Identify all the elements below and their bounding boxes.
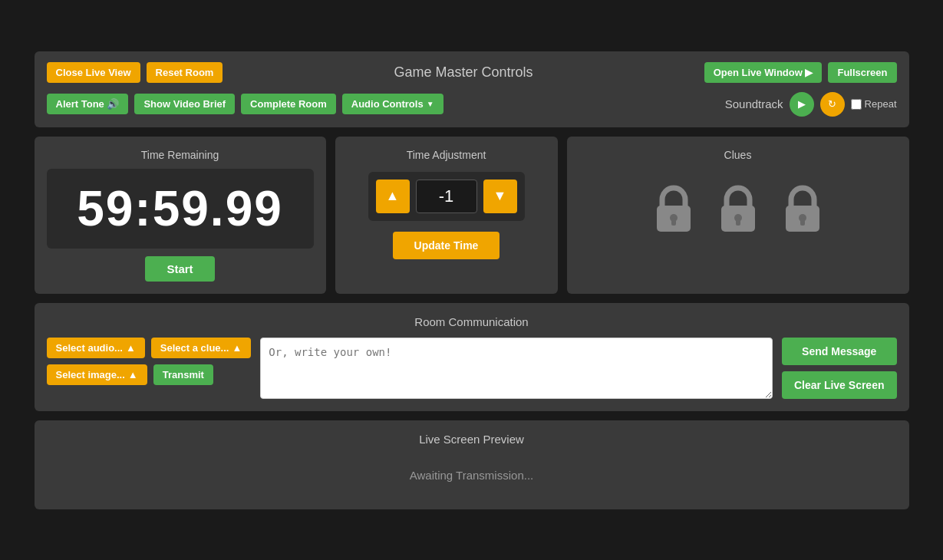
room-comm-right: Send Message Clear Live Screen (782, 338, 897, 399)
audio-controls-button[interactable]: Audio Controls ▼ (342, 94, 443, 114)
time-decrement-button[interactable]: ▼ (483, 180, 517, 213)
soundtrack-refresh-button[interactable]: ↻ (820, 92, 845, 117)
reset-room-button[interactable]: Reset Room (147, 62, 223, 83)
time-adj-controls: ▲ ▼ (368, 172, 525, 221)
action-buttons: Alert Tone 🔊 Show Video Brief Complete R… (47, 94, 443, 114)
soundtrack-controls: Soundtrack ▶ ↻ Repeat (725, 92, 897, 117)
time-increment-button[interactable]: ▲ (376, 180, 410, 213)
svg-rect-8 (800, 218, 805, 226)
chevron-down-icon: ▼ (493, 188, 507, 204)
select-clue-button[interactable]: Select a clue... ▲ (151, 338, 251, 358)
clear-live-screen-button[interactable]: Clear Live Screen (782, 371, 897, 399)
room-comm-row1: Select audio... ▲ Select a clue... ▲ (47, 338, 252, 358)
chevron-up-icon: ▲ (126, 342, 136, 354)
message-textarea[interactable] (260, 338, 773, 399)
awaiting-transmission-text: Awaiting Transmission... (47, 453, 897, 497)
chevron-up-icon: ▲ (128, 369, 138, 380)
clues-icons (651, 169, 826, 253)
time-adjustment-card: Time Adjustment ▲ ▼ Update Time (335, 137, 558, 294)
room-communication-card: Room Communication Select audio... ▲ Sel… (35, 303, 909, 411)
open-live-window-button[interactable]: Open Live Window ▶ (704, 62, 823, 83)
complete-room-button[interactable]: Complete Room (241, 94, 336, 114)
close-live-view-button[interactable]: Close Live View (47, 62, 140, 83)
play-icon: ▶ (798, 98, 806, 110)
update-time-button[interactable]: Update Time (393, 232, 500, 259)
repeat-label: Repeat (851, 98, 897, 110)
room-communication-title: Room Communication (47, 315, 897, 328)
room-communication-body: Select audio... ▲ Select a clue... ▲ Sel… (47, 338, 897, 399)
time-display: 59:59.99 (70, 184, 291, 233)
show-video-brief-button[interactable]: Show Video Brief (134, 94, 235, 114)
time-adjustment-title: Time Adjustment (407, 149, 486, 161)
lock-icon-2 (715, 184, 761, 238)
live-screen-preview-card: Live Screen Preview Awaiting Transmissio… (35, 420, 909, 509)
soundtrack-label: Soundtrack (725, 97, 783, 110)
room-comm-row2: Select image... ▲ Transmit (47, 364, 252, 385)
clues-title: Clues (724, 149, 752, 161)
repeat-checkbox[interactable] (851, 99, 862, 110)
chevron-down-icon: ▼ (427, 100, 434, 108)
start-button[interactable]: Start (145, 256, 214, 282)
top-bar-row2: Alert Tone 🔊 Show Video Brief Complete R… (47, 92, 897, 117)
page-title: Game Master Controls (223, 64, 704, 81)
chevron-up-icon: ▲ (386, 188, 400, 204)
time-remaining-card: Time Remaining 59:59.99 Start (35, 137, 326, 294)
refresh-icon: ↻ (828, 98, 836, 110)
send-message-button[interactable]: Send Message (782, 338, 897, 365)
select-audio-button[interactable]: Select audio... ▲ (47, 338, 145, 358)
transmit-button[interactable]: Transmit (153, 364, 213, 385)
top-bar: Close Live View Reset Room Game Master C… (35, 51, 909, 127)
time-display-box: 59:59.99 (47, 169, 314, 249)
time-adjustment-input[interactable] (416, 180, 477, 213)
clues-card: Clues (567, 137, 909, 294)
soundtrack-play-button[interactable]: ▶ (790, 92, 814, 117)
top-bar-left-buttons: Close Live View Reset Room (47, 62, 223, 83)
middle-row: Time Remaining 59:59.99 Start Time Adjus… (35, 137, 909, 294)
room-comm-left: Select audio... ▲ Select a clue... ▲ Sel… (47, 338, 252, 399)
fullscreen-button[interactable]: Fullscreen (828, 62, 896, 83)
svg-rect-2 (671, 218, 676, 226)
alert-tone-button[interactable]: Alert Tone 🔊 (47, 94, 129, 114)
lock-icon-1 (651, 184, 697, 238)
top-bar-row1: Close Live View Reset Room Game Master C… (47, 62, 897, 83)
time-remaining-title: Time Remaining (141, 149, 219, 161)
lock-icon-3 (780, 184, 826, 238)
top-bar-right-buttons: Open Live Window ▶ Fullscreen (704, 62, 897, 83)
chevron-up-icon: ▲ (232, 342, 242, 354)
select-image-button[interactable]: Select image... ▲ (47, 364, 147, 385)
svg-rect-5 (736, 218, 740, 226)
live-screen-preview-title: Live Screen Preview (47, 433, 897, 446)
